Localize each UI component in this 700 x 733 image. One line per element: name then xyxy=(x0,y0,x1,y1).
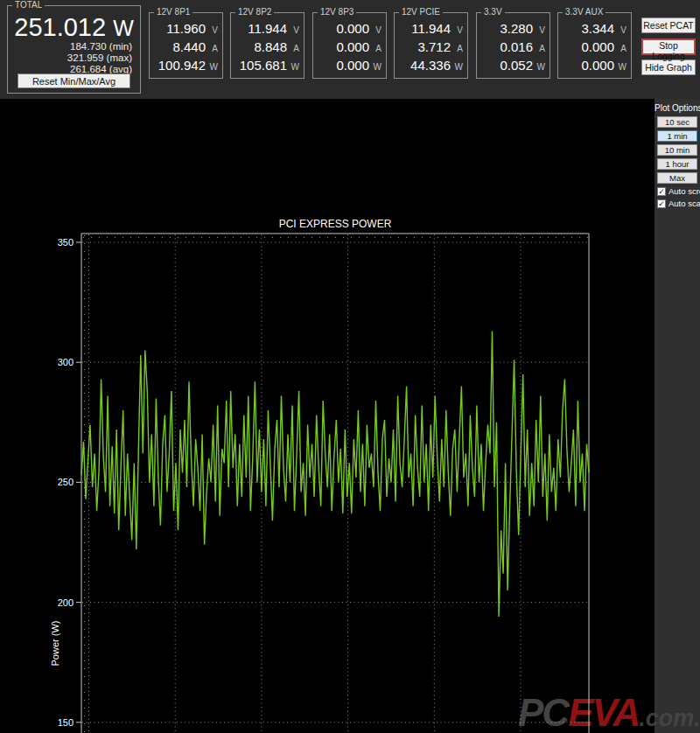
channel-panel-12v-8p2: 12V 8P2 11.944V 8.848A 105.681W xyxy=(230,12,304,79)
power-value: 0.000 xyxy=(336,58,369,73)
checkbox-check-icon: ✓ xyxy=(657,199,666,208)
channel-label: 12V 8P3 xyxy=(318,7,356,17)
stop-logging-button[interactable]: Stop Logging xyxy=(641,38,696,55)
total-power-unit: W xyxy=(113,16,134,40)
total-min-value: 184.730 (min) xyxy=(8,41,140,52)
power-trace xyxy=(81,332,589,618)
range-button-10min[interactable]: 10 min xyxy=(657,144,697,156)
current-value: 8.440 xyxy=(172,39,206,54)
power-value: 0.000 xyxy=(581,58,614,73)
hide-graph-button[interactable]: Hide Graph xyxy=(641,59,696,75)
voltage-value: 11.960 xyxy=(166,21,206,36)
total-panel-label: TOTAL xyxy=(12,0,45,10)
power-unit: W xyxy=(536,62,545,72)
power-unit: W xyxy=(208,62,218,72)
y-tick-label: 150 xyxy=(58,717,74,728)
plot-options-title: Plot Options xyxy=(654,103,700,113)
top-measurement-bar: TOTAL 251.012 W 184.730 (min) 321.959 (m… xyxy=(0,0,700,99)
y-tick-label: 200 xyxy=(58,597,74,608)
voltage-value: 11.944 xyxy=(248,21,287,36)
auto-scroll-label: Auto scroll xyxy=(668,186,700,196)
power-value: 44.336 xyxy=(410,58,451,73)
current-unit: A xyxy=(290,44,299,53)
total-power-value: 251.012 W xyxy=(8,14,140,41)
auto-scale-checkbox[interactable]: ✓ Auto scale xyxy=(657,199,700,208)
current-unit: A xyxy=(453,44,463,53)
voltage-value: 3.344 xyxy=(581,21,614,36)
channel-label: 12V 8P1 xyxy=(154,7,192,17)
channel-panel-12v-pcie: 12V PCIE 11.944V 3.712A 44.336W xyxy=(394,12,468,79)
toolbar: Reset PCAT Stop Logging Hide Graph xyxy=(641,17,697,80)
channel-label: 12V PCIE xyxy=(399,7,443,17)
channel-panel-3v3: 3.3V 3.280V 0.016A 0.052W xyxy=(476,12,550,79)
current-value: 0.016 xyxy=(500,39,533,54)
channel-label: 3.3V xyxy=(481,7,505,17)
current-unit: A xyxy=(208,44,218,53)
voltage-unit: V xyxy=(453,25,463,35)
chart-title: PCI EXPRESS POWER xyxy=(248,218,423,230)
power-value: 100.942 xyxy=(158,58,206,73)
voltage-value: 3.280 xyxy=(500,21,533,36)
voltage-unit: V xyxy=(372,25,382,35)
power-unit: W xyxy=(372,62,382,72)
range-button-1min[interactable]: 1 min xyxy=(657,130,697,142)
voltage-unit: V xyxy=(208,25,218,35)
power-value: 0.052 xyxy=(500,58,533,73)
current-unit: A xyxy=(536,44,545,53)
voltage-value: 11.944 xyxy=(411,21,451,36)
auto-scroll-checkbox[interactable]: ✓ Auto scroll xyxy=(657,186,700,196)
voltage-unit: V xyxy=(617,25,626,35)
checkbox-check-icon: ✓ xyxy=(657,187,666,196)
power-chart: 350300250200150 xyxy=(0,0,700,733)
channel-label: 12V 8P2 xyxy=(235,7,274,17)
current-value: 0.000 xyxy=(336,39,369,54)
power-unit: W xyxy=(617,62,626,72)
current-unit: A xyxy=(617,44,626,53)
power-value: 105.681 xyxy=(240,58,287,73)
total-power-panel: TOTAL 251.012 W 184.730 (min) 321.959 (m… xyxy=(7,5,141,94)
y-tick-label: 350 xyxy=(58,237,74,248)
channel-panel-12v-8p1: 12V 8P1 11.960V 8.440A 100.942W xyxy=(149,12,223,79)
range-button-10sec[interactable]: 10 sec xyxy=(657,116,697,128)
range-button-max[interactable]: Max xyxy=(657,172,697,184)
channel-label: 3.3V AUX xyxy=(563,7,606,17)
range-button-1hour[interactable]: 1 hour xyxy=(657,158,697,170)
y-axis-label: Power (W) xyxy=(50,609,61,679)
power-unit: W xyxy=(290,62,299,72)
power-unit: W xyxy=(453,62,463,72)
total-max-value: 321.959 (max) xyxy=(8,52,140,64)
plot-options-panel: Plot Options 10 sec 1 min 10 min 1 hour … xyxy=(654,103,700,208)
channel-panel-3v3-aux: 3.3V AUX 3.344V 0.000A 0.000W xyxy=(557,12,632,79)
y-tick-label: 250 xyxy=(58,477,74,487)
current-value: 3.712 xyxy=(417,39,451,54)
reset-pcat-button[interactable]: Reset PCAT xyxy=(641,17,696,33)
voltage-value: 0.000 xyxy=(336,21,369,36)
channel-panel-12v-8p3: 12V 8P3 0.000V 0.000A 0.000W xyxy=(312,12,387,79)
voltage-unit: V xyxy=(536,25,545,35)
current-unit: A xyxy=(372,44,382,53)
current-value: 0.000 xyxy=(581,39,614,54)
reset-min-max-avg-button[interactable]: Reset Min/Max/Avg xyxy=(18,73,130,88)
y-tick-label: 300 xyxy=(58,357,74,367)
auto-scale-label: Auto scale xyxy=(668,199,700,208)
current-value: 8.848 xyxy=(254,39,287,54)
voltage-unit: V xyxy=(290,25,299,35)
